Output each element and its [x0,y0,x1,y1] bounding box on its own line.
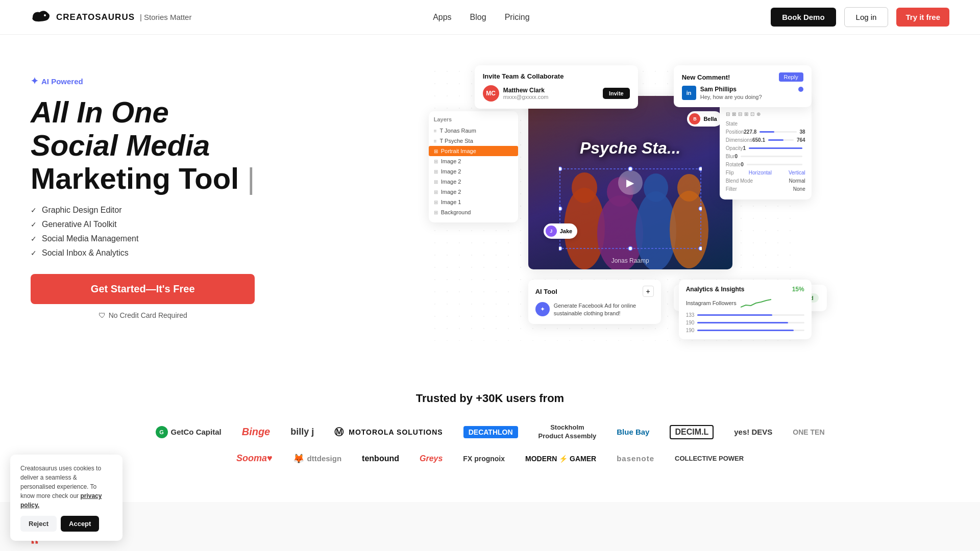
rotate-value: 0 [741,162,744,167]
layer-icon: ⊞ [434,159,438,164]
moderngamer-text: MODERN ⚡ GAMER [525,455,596,463]
layer-img2b[interactable]: ⊞ Image 2 [429,166,518,177]
collab-avatar: MC [483,85,499,102]
align-bottom-icon[interactable]: ⊡ [750,111,754,117]
binge-text: Binge [242,426,271,438]
svg-point-17 [559,207,562,211]
filter-value: None [793,186,805,192]
layer-psyche[interactable]: ≡ T Psyche Sta [429,136,518,146]
hero-title-line3: Marketing Tool | [31,162,255,195]
dim-w: 650.1 [752,137,765,143]
logo-getcapital: G GetCo Capital [156,426,222,438]
sparkle-icon: ✦ [31,76,38,87]
rotate-label: Rotate [726,162,741,167]
align-top-icon[interactable]: ⊞ [744,111,748,117]
logo-decathlon: DECATHLON [463,426,518,438]
billyj-text: billy j [290,427,314,437]
reject-button[interactable]: Reject [20,516,57,532]
svg-point-16 [559,246,562,251]
get-started-button[interactable]: Get Started—It's Free [31,274,255,304]
ai-suggestion: ✦ Generate Facebook Ad for online sustai… [535,302,654,318]
layer-icon: ≡ [434,128,437,134]
jake-label: Jake [560,228,572,234]
cookie-buttons: Reject Accept [20,516,112,532]
logo-yesdevs: yes! DEVS [734,428,772,436]
align-right-icon[interactable]: ⊟ [738,111,742,117]
logo-binge: Binge [242,426,271,438]
try-free-button[interactable]: Try it free [896,8,949,27]
layer-portrait[interactable]: ⊞ Portrait Image [429,146,518,156]
check-icon-3: ✓ [31,235,37,243]
layer-img2c[interactable]: ⊞ Image 2 [429,177,518,187]
cookie-banner: Creatosaurus uses cookies to deliver a s… [10,455,122,541]
layer-img2d[interactable]: ⊞ Image 2 [429,187,518,197]
comment-title: New Comment! [682,73,730,81]
svg-point-15 [628,246,632,251]
toolbar-icons: ⊟ ⊠ ⊟ ⊞ ⊡ ⊕ [726,111,805,117]
ai-add-button[interactable]: + [643,286,654,297]
nav-pricing[interactable]: Pricing [505,13,530,22]
hero-title-line1: All In One [31,96,255,129]
nav-apps[interactable]: Apps [433,13,451,22]
flip-v[interactable]: Vertical [789,170,805,176]
collab-email: mxxx@gxxxx.com [503,94,599,100]
logo-basenote: basenote [617,454,654,463]
layer-bg[interactable]: ⊞ Background [429,207,518,217]
collab-info: Matthew Clark mxxx@gxxxx.com [503,87,599,100]
flip-h[interactable]: Horizontal [749,170,772,176]
dimensions-label: Dimensions [726,137,752,143]
layers-panel: Layers ≡ T Jonas Raum ≡ T Psyche Sta ⊞ P… [429,111,518,222]
svg-point-0 [44,14,46,16]
logo-sooma: Sooma♥ [236,453,273,464]
hero-right: Invite Team & Collaborate MC Matthew Cla… [275,65,949,341]
canvas-person-label: Jonas Raamp [611,257,649,264]
brand-tagline: | Stories Matter [140,13,191,21]
testimonial-section: “ The Healthy Binge skyrocketed after Sh… [0,502,980,551]
reply-button[interactable]: Reply [779,72,803,82]
jake-tag: J Jake [544,223,577,239]
ai-tool-panel: AI Tool + ✦ Generate Facebook Ad for onl… [528,280,661,324]
jake-avatar: J [546,226,557,237]
trusted-section: Trusted by +30K users from G GetCo Capit… [0,361,980,492]
no-credit-label: 🛡 No Credit Card Required [31,311,255,319]
login-button[interactable]: Log in [844,7,889,27]
analytics-row: Instagram Followers [686,298,804,308]
logo-icon [31,9,51,26]
bar-row-3: 190 [686,328,804,333]
accept-button[interactable]: Accept [61,516,99,532]
bella-tag: B Bella [687,111,722,127]
comment-text: Hey, how are you doing? [700,94,762,100]
logo[interactable]: CREATOSAURUS | Stories Matter [31,9,191,26]
prop-flip: Flip Horizontal Vertical [726,170,805,176]
layer-img2a[interactable]: ⊞ Image 2 [429,156,518,166]
selection-handles [559,165,702,252]
trusted-title: Trusted by +30K users from [31,392,949,405]
svg-rect-9 [560,169,701,248]
layer-jonas[interactable]: ≡ T Jonas Raum [429,126,518,136]
feature-4: ✓Social Inbox & Analytics [31,248,255,258]
cookie-text: Creatosaurus uses cookies to deliver a s… [20,464,112,510]
canvas-overlay: Psyche Sta... ▶ J Jake B Bella Jonas Raa… [528,96,732,269]
collab-user: MC Matthew Clark mxxx@gxxxx.com Invite [483,85,630,102]
bar-row-2: 190 [686,320,804,325]
align-left-icon[interactable]: ⊟ [726,111,730,117]
prop-blend: Blend Mode Normal [726,178,805,184]
more-icon[interactable]: ⊕ [756,111,761,117]
comment-content: Sam Phillips Hey, how are you doing? [700,86,762,100]
logo-greys: Greys [420,454,443,463]
ai-suggestion-text: Generate Facebook Ad for online sustaina… [554,302,654,318]
decathlon-text: DECATHLON [463,426,518,438]
invite-button[interactable]: Invite [603,88,630,99]
logo-billyj: billy j [290,427,314,437]
layer-img1[interactable]: ⊞ Image 1 [429,197,518,207]
book-demo-button[interactable]: Book Demo [771,8,836,27]
getcapital-icon: G [156,426,168,438]
check-icon-2: ✓ [31,220,37,229]
dttdesign-icon: 🦊 [293,453,304,464]
nav-blog[interactable]: Blog [470,13,486,22]
logo-deciml: DECIM.L [670,425,714,439]
align-center-icon[interactable]: ⊠ [732,111,736,117]
feature-2: ✓Generative AI Toolkit [31,220,255,229]
svg-point-12 [699,167,702,171]
prop-state: State [726,121,805,127]
